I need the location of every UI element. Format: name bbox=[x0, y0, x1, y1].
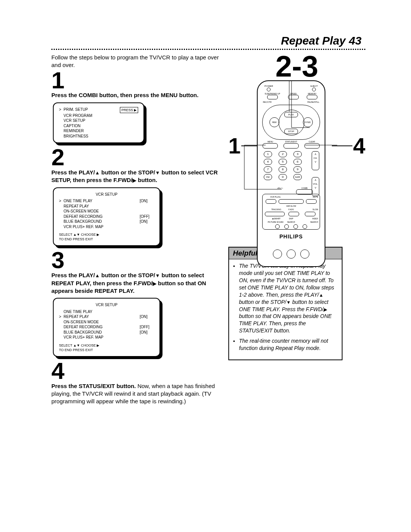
remote-body: POWER EJECT SLEEP/WAKE UP SPEED MEMORY R… bbox=[257, 80, 325, 267]
step-1-bold: Press the COMBI button, then press the M… bbox=[51, 92, 199, 98]
eject-button-icon bbox=[312, 88, 316, 91]
osd-item: VCR SETUP bbox=[64, 118, 138, 123]
osd-item: BRIGHTNESS bbox=[64, 134, 138, 139]
vcrplus-button-icon bbox=[266, 199, 276, 204]
up-triangle-icon: ▲ bbox=[95, 273, 100, 278]
osd-footer: SELECT ▲▼ CHOOSE ▶ TO END PRESS EXIT bbox=[59, 343, 154, 352]
memory-button-icon bbox=[307, 95, 317, 99]
instructions-column: Follow the steps below to program the TV… bbox=[51, 54, 221, 406]
header-divider bbox=[51, 49, 365, 50]
foot-button-icon bbox=[273, 249, 282, 259]
osd-footer: SELECT ▲▼ CHOOSE ▶ TO END PRESS EXIT bbox=[59, 232, 154, 241]
down-triangle-icon: ▼ bbox=[155, 170, 160, 176]
page-number: 43 bbox=[349, 34, 362, 47]
step-4-number: 4 bbox=[51, 360, 221, 382]
right-triangle-icon: ▶ bbox=[153, 281, 156, 286]
power-button-icon bbox=[267, 88, 271, 91]
power-label: POWER bbox=[264, 85, 273, 87]
foot-button-icon bbox=[287, 249, 296, 259]
osd-cursor: > bbox=[59, 107, 64, 113]
foot-button-icon bbox=[300, 249, 309, 259]
step-3-text: Press the PLAY/▲ button or the STOP/▼ bu… bbox=[51, 272, 221, 295]
osd-title: VCR SETUP bbox=[59, 302, 154, 308]
slow-button-icon bbox=[305, 212, 315, 216]
fadv-button-icon bbox=[288, 212, 299, 216]
up-triangle-icon: ▲ bbox=[319, 292, 323, 298]
osd-title: VCR SETUP bbox=[59, 192, 154, 197]
eject-label: EJECT bbox=[311, 85, 318, 87]
osd-item: CAPTION bbox=[64, 123, 138, 129]
transport-oval: PLAY STOP REW F.FWD bbox=[262, 105, 320, 140]
hint-item: The real-time counter memory will not fu… bbox=[239, 337, 338, 352]
step-2-number: 2 bbox=[51, 146, 221, 169]
varslow-button-icon bbox=[279, 199, 304, 204]
right-triangle-icon: ▶ bbox=[323, 307, 327, 312]
menu-button-icon bbox=[263, 143, 278, 149]
down-triangle-icon: ▼ bbox=[286, 300, 291, 305]
panel-button-icon bbox=[284, 224, 289, 229]
lower-panel: VCR PLUS+ MUTE VAR.SLOW TRACKINGF.ADVSLO… bbox=[262, 194, 320, 230]
panel-button-icon bbox=[293, 224, 298, 229]
play-button-icon: PLAY bbox=[284, 112, 298, 117]
osd-press-hint: PRESS ▶ bbox=[120, 107, 138, 113]
ch-rocker-icon: ᐱCH.ᐯ bbox=[312, 151, 319, 170]
mute-button-icon bbox=[306, 199, 317, 204]
right-triangle-icon: ▶ bbox=[132, 177, 136, 183]
panel-button-icon bbox=[275, 224, 280, 229]
step-3-number: 3 bbox=[51, 249, 221, 272]
osd-vcr-setup-1: VCR SETUP >ONE TIME PLAY[ON] REPEAT PLAY… bbox=[53, 187, 160, 246]
sleep-button-icon bbox=[267, 95, 278, 99]
step-1-number: 1 bbox=[51, 69, 221, 92]
tracking-button-icon bbox=[265, 212, 285, 216]
manual-page: Repeat Play 43 Follow the steps below to… bbox=[0, 0, 411, 444]
callout-2-3: 2-3 bbox=[228, 53, 365, 80]
step-4-text: Press the STATUS/EXIT button. Now, when … bbox=[51, 382, 221, 406]
step-1-text: Press the COMBI button, then press the M… bbox=[51, 91, 221, 99]
step-2-text: Press the PLAY/▲ button or the STOP/▼ bu… bbox=[51, 169, 221, 184]
osd-vcr-setup-2: VCR SETUP ONE TIME PLAY >REPEAT PLAY[ON]… bbox=[53, 298, 160, 357]
osd-item: REMINDER bbox=[64, 128, 138, 134]
osd-main-menu: > PRIM. SETUP PRESS ▶ VCR PROGRAM VCR SE… bbox=[53, 102, 144, 144]
ffwd-button-icon: F.FWD bbox=[303, 117, 313, 127]
clear-button-icon bbox=[304, 143, 320, 149]
speed-button-icon bbox=[288, 95, 299, 99]
helpful-hints-body: The TV/VCR will stay in Repeat Play mode… bbox=[229, 259, 342, 359]
callout-line-icon bbox=[332, 145, 352, 146]
osd-item: VCR PROGRAM bbox=[64, 113, 138, 118]
page-header: Repeat Play 43 bbox=[51, 34, 365, 47]
down-triangle-icon: ▼ bbox=[155, 273, 160, 278]
remote-control-diagram: POWER EJECT SLEEP/WAKE UP SPEED MEMORY R… bbox=[257, 80, 325, 267]
osd-item: PRIM. SETUP bbox=[64, 107, 119, 113]
brand-logo: PHILIPS bbox=[258, 233, 325, 240]
up-triangle-icon: ▲ bbox=[95, 170, 100, 176]
status-exit-button-icon bbox=[284, 143, 299, 149]
diagram-column: 2-3 POWER EJECT SLEEP/WAKE UP SPEED MEMO… bbox=[221, 54, 365, 360]
intro-text: Follow the steps below to program the TV… bbox=[51, 54, 221, 69]
panel-button-icon bbox=[303, 224, 307, 229]
rewind-button-icon: REW bbox=[269, 117, 279, 127]
page-title: Repeat Play bbox=[281, 34, 346, 47]
hint-item: The TV/VCR will stay in Repeat Play mode… bbox=[239, 262, 338, 334]
callout-4: 4 bbox=[353, 133, 365, 158]
stop-button-icon: STOP bbox=[284, 129, 298, 134]
numpad: 123 456 789 FM0SURF bbox=[264, 151, 302, 182]
callout-1: 1 bbox=[228, 133, 241, 158]
